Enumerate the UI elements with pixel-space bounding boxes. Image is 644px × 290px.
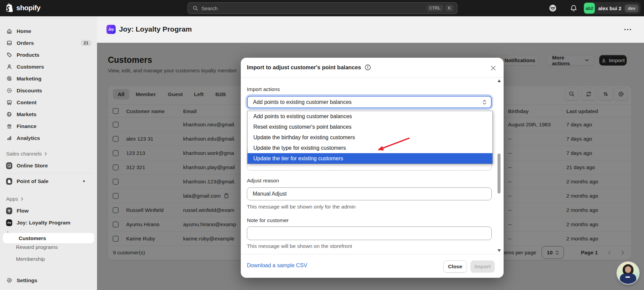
flow-app-icon bbox=[6, 207, 12, 214]
sidebar-item-markets[interactable]: $ Markets bbox=[2, 108, 95, 120]
option-update-type[interactable]: Update the type for existing customers bbox=[248, 143, 492, 153]
products-tag-icon bbox=[6, 52, 12, 58]
search-icon bbox=[193, 5, 198, 11]
analytics-bars-icon bbox=[6, 135, 12, 141]
sidebar-item-joy-customers-active[interactable]: Customers bbox=[3, 233, 94, 243]
sidebar-item-joy-app[interactable]: Joy Joy: Loyalty Program bbox=[2, 217, 95, 229]
chevron-right-icon bbox=[44, 152, 47, 156]
sidebar-item-point-of-sale[interactable]: Point of Sale bbox=[2, 175, 95, 187]
red-arrow-annotation bbox=[375, 136, 414, 155]
note-for-customer-input[interactable] bbox=[247, 226, 492, 240]
scrollbar-thumb[interactable] bbox=[497, 153, 501, 194]
modal-scrollbar[interactable] bbox=[497, 79, 501, 252]
scroll-down-arrow[interactable] bbox=[497, 249, 501, 252]
markets-globe-icon: $ bbox=[6, 111, 12, 117]
option-add-points[interactable]: Add points to existing customer balances bbox=[248, 111, 492, 122]
finance-bank-icon bbox=[6, 123, 12, 129]
sidebar: Home Orders 21 Products Customers Market… bbox=[0, 16, 97, 290]
note-help: This message will be shown on the storef… bbox=[247, 243, 352, 249]
modal-import-button-disabled[interactable]: Import bbox=[470, 260, 495, 273]
notifications-bell-button[interactable] bbox=[568, 3, 579, 14]
info-icon[interactable] bbox=[365, 64, 371, 71]
customers-person-icon bbox=[6, 64, 12, 70]
env-badge: dev bbox=[625, 4, 638, 12]
download-sample-csv-link[interactable]: Download a sample CSV bbox=[247, 262, 307, 269]
notification-dot bbox=[83, 180, 85, 182]
joy-app-icon: Joy bbox=[6, 219, 12, 226]
gear-icon bbox=[6, 277, 12, 283]
sidekick-icon bbox=[548, 4, 557, 13]
sidebar-item-marketing[interactable]: Marketing bbox=[2, 73, 95, 85]
sidebar-item-content[interactable]: Content bbox=[2, 96, 95, 108]
sidebar-item-customers[interactable]: Customers bbox=[2, 61, 95, 73]
app-title: Joy: Loyalty Program bbox=[119, 25, 192, 33]
user-name: alex bui 2 bbox=[598, 5, 621, 11]
orders-count-badge: 21 bbox=[81, 40, 92, 46]
sidebar-item-flow[interactable]: Flow bbox=[2, 205, 95, 217]
discounts-percent-icon: % bbox=[6, 88, 12, 93]
content-image-icon bbox=[6, 99, 12, 105]
sidebar-item-online-store[interactable]: Online Store bbox=[2, 160, 95, 171]
bell-icon bbox=[570, 4, 577, 12]
shopify-admin: shopify CTRL K ab2 alex bui 2 dev bbox=[0, 0, 644, 290]
shopify-bag-icon bbox=[5, 3, 14, 13]
user-menu[interactable]: ab2 alex bui 2 dev bbox=[583, 2, 641, 14]
svg-text:%: % bbox=[8, 89, 10, 92]
point-of-sale-icon bbox=[6, 178, 12, 185]
adjust-reason-label: Adjust reason bbox=[247, 178, 279, 184]
avatar: ab2 bbox=[584, 3, 595, 14]
sidebar-item-finance[interactable]: Finance bbox=[2, 120, 95, 132]
option-update-birthday[interactable]: Update the birthday for existing custome… bbox=[248, 132, 492, 143]
modal-footer: Download a sample CSV Close Import bbox=[241, 254, 504, 278]
sidebar-item-orders[interactable]: Orders 21 bbox=[2, 37, 95, 49]
sidebar-item-analytics[interactable]: Analytics bbox=[2, 132, 95, 144]
topbar: shopify CTRL K ab2 alex bui 2 dev bbox=[0, 0, 644, 16]
orders-icon bbox=[6, 40, 12, 46]
import-modal: Import to adjust customer's point balanc… bbox=[241, 58, 504, 278]
joy-app-banner-icon: Joy bbox=[106, 25, 116, 34]
import-actions-label: Import actions bbox=[247, 86, 280, 92]
close-icon[interactable] bbox=[489, 64, 497, 72]
scroll-up-arrow[interactable] bbox=[497, 79, 501, 82]
import-actions-select[interactable]: Add points to existing customer balances bbox=[247, 96, 492, 108]
sidebar-item-products[interactable]: Products bbox=[2, 49, 95, 61]
kbd-ctrl: CTRL bbox=[427, 5, 443, 12]
online-store-icon bbox=[6, 162, 12, 169]
adjust-reason-help: This message will be shown only for the … bbox=[247, 204, 355, 210]
sidebar-divider bbox=[4, 173, 93, 174]
modal-close-button[interactable]: Close bbox=[443, 260, 467, 273]
option-update-tier-highlighted[interactable]: Update the tier for existing customers bbox=[248, 153, 492, 164]
option-reset-points[interactable]: Reset existing customer's point balances bbox=[248, 122, 492, 132]
app-overflow-menu[interactable] bbox=[624, 29, 631, 31]
sidebar-item-membership[interactable]: Membership bbox=[0, 253, 97, 265]
sidekick-button[interactable] bbox=[547, 3, 559, 14]
select-dropdown: Add points to existing customer balances… bbox=[247, 111, 493, 164]
home-icon bbox=[6, 28, 12, 34]
global-search[interactable]: CTRL K bbox=[188, 2, 457, 14]
shopify-wordmark: shopify bbox=[16, 4, 40, 12]
modal-header: Import to adjust customer's point balanc… bbox=[241, 58, 504, 77]
shopify-logo[interactable]: shopify bbox=[5, 3, 40, 13]
sidebar-item-settings[interactable]: Settings bbox=[2, 274, 95, 286]
kbd-k: K bbox=[445, 5, 454, 12]
apps-section[interactable]: Apps bbox=[0, 193, 97, 205]
sidebar-item-home[interactable]: Home bbox=[2, 25, 95, 37]
sidebar-item-discounts[interactable]: % Discounts bbox=[2, 85, 95, 96]
chevron-right-icon bbox=[21, 197, 23, 201]
modal-title: Import to adjust customer's point balanc… bbox=[247, 64, 361, 71]
sales-channels-section[interactable]: Sales channels bbox=[0, 148, 97, 160]
adjust-reason-input[interactable] bbox=[247, 187, 492, 200]
marketing-target-icon bbox=[6, 76, 12, 81]
search-input[interactable] bbox=[201, 5, 425, 11]
support-avatar-widget[interactable] bbox=[617, 262, 639, 284]
note-for-customer-label: Note for customer bbox=[247, 217, 289, 223]
select-chevrons-icon bbox=[483, 99, 486, 105]
